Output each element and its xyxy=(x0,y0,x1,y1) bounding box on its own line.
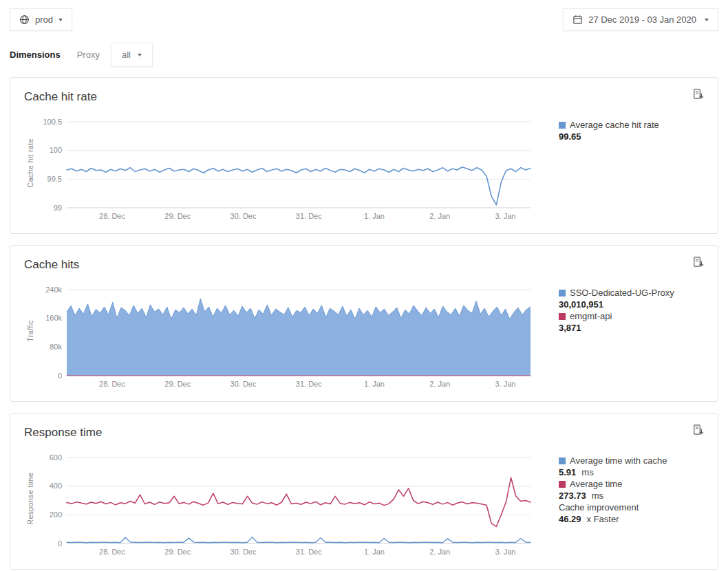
legend-swatch-icon xyxy=(559,457,566,464)
y-tick-label: 240k xyxy=(45,286,62,294)
chevron-down-icon xyxy=(138,54,142,56)
x-tick-label: 31. Dec xyxy=(296,548,322,556)
chart-legend: SSO-Dedicated-UG-Proxy30,010,951emgmt-ap… xyxy=(559,286,674,390)
x-tick-label: 31. Dec xyxy=(296,212,322,220)
download-report-icon xyxy=(692,88,705,101)
legend-value: 5.91ms xyxy=(559,466,667,478)
legend-label-row: Cache improvement xyxy=(559,502,667,513)
legend-label-row: Average time with cache xyxy=(559,455,667,466)
legend-label-row: Average cache hit rate xyxy=(559,119,659,131)
card-title: Response time xyxy=(24,424,704,441)
card-cache-hit-rate: Cache hit rate Cache hit rate 9999.51001… xyxy=(10,77,718,234)
export-report-button[interactable] xyxy=(689,254,707,271)
legend-unit: ms xyxy=(592,491,603,501)
y-tick-label: 400 xyxy=(50,482,62,490)
x-tick-label: 1. Jan xyxy=(364,380,385,388)
response-time-chart: 020040060028. Dec29. Dec30. Dec31. Dec1.… xyxy=(36,453,549,558)
series-line xyxy=(67,537,531,543)
series-line xyxy=(67,167,531,205)
export-report-button[interactable] xyxy=(689,422,707,439)
download-report-icon xyxy=(692,256,705,269)
legend-label-row: SSO-Dedicated-UG-Proxy xyxy=(559,287,674,299)
cache-hit-rate-chart: 9999.5100100.528. Dec29. Dec30. Dec31. D… xyxy=(36,118,549,222)
x-tick-label: 31. Dec xyxy=(296,380,322,388)
calendar-icon xyxy=(572,14,583,25)
x-tick-label: 29. Dec xyxy=(164,548,191,556)
chevron-down-icon xyxy=(58,19,63,21)
legend-value: 99.65 xyxy=(559,131,659,142)
x-tick-label: 3. Jan xyxy=(495,548,515,556)
environment-selector[interactable]: prod xyxy=(10,8,72,31)
y-tick-label: 100 xyxy=(50,146,62,154)
x-tick-label: 29. Dec xyxy=(164,212,191,220)
date-range-picker[interactable]: 27 Dec 2019 - 03 Jan 2020 xyxy=(563,8,718,31)
legend-label: emgmt-api xyxy=(570,311,612,321)
chevron-down-icon xyxy=(705,19,709,21)
chart-legend: Average time with cache5.91msAverage tim… xyxy=(559,453,667,558)
chart-svg: 020040060028. Dec29. Dec30. Dec31. Dec1.… xyxy=(36,453,549,558)
legend-value: 273.73ms xyxy=(559,490,667,502)
x-tick-label: 30. Dec xyxy=(231,212,257,220)
x-tick-label: 1. Jan xyxy=(364,212,385,220)
x-tick-label: 29. Dec xyxy=(164,380,191,388)
dimensions-bar: Dimensions Proxy all xyxy=(0,31,728,77)
chart-svg: 9999.5100100.528. Dec29. Dec30. Dec31. D… xyxy=(36,118,549,222)
x-tick-label: 3. Jan xyxy=(495,380,515,388)
series-line xyxy=(67,477,531,526)
environment-label: prod xyxy=(35,14,53,25)
x-tick-label: 28. Dec xyxy=(99,380,125,388)
legend-unit: ms xyxy=(581,467,593,477)
cache-hits-chart: 080k160k240k28. Dec29. Dec30. Dec31. Dec… xyxy=(36,286,549,390)
export-report-button[interactable] xyxy=(689,86,707,103)
analytics-dashboard: prod 27 Dec 2019 - 03 Jan 2020 Dimension… xyxy=(0,0,728,570)
proxy-filter-value: all xyxy=(122,50,131,60)
x-tick-label: 3. Jan xyxy=(495,212,515,220)
date-range-label: 27 Dec 2019 - 03 Jan 2020 xyxy=(588,14,696,25)
y-axis-title: Traffic xyxy=(24,286,36,376)
x-tick-label: 28. Dec xyxy=(99,212,125,220)
y-tick-label: 99 xyxy=(54,204,62,212)
legend-swatch-icon xyxy=(559,290,566,297)
card-title: Cache hits xyxy=(24,257,704,273)
x-tick-label: 2. Jan xyxy=(429,548,450,556)
y-tick-label: 99.5 xyxy=(47,175,62,183)
legend-label-row: Average time xyxy=(559,478,667,490)
x-tick-label: 28. Dec xyxy=(99,548,125,556)
legend-label: Average cache hit rate xyxy=(570,120,659,130)
legend-swatch-icon xyxy=(559,313,566,320)
x-tick-label: 2. Jan xyxy=(429,212,450,220)
dimension-proxy-label: Proxy xyxy=(77,50,100,60)
download-report-icon xyxy=(692,424,705,437)
card-cache-hits: Cache hits Traffic 080k160k240k28. Dec29… xyxy=(10,245,718,402)
chart-legend: Average cache hit rate99.65 xyxy=(559,118,659,222)
chart-area: Cache hit rate 9999.5100100.528. Dec29. … xyxy=(24,118,704,222)
legend-label: Cache improvement xyxy=(559,502,639,513)
chart-svg: 080k160k240k28. Dec29. Dec30. Dec31. Dec… xyxy=(36,286,549,390)
x-tick-label: 30. Dec xyxy=(231,380,257,388)
proxy-filter-select[interactable]: all xyxy=(111,43,153,67)
x-tick-label: 30. Dec xyxy=(231,548,257,556)
chart-area: Traffic 080k160k240k28. Dec29. Dec30. De… xyxy=(24,286,704,390)
y-tick-label: 160k xyxy=(45,314,62,322)
y-axis-title: Response time xyxy=(24,453,36,543)
y-tick-label: 600 xyxy=(50,453,62,462)
y-axis-title: Cache hit rate xyxy=(24,118,36,208)
y-tick-label: 80k xyxy=(50,343,62,351)
x-tick-label: 1. Jan xyxy=(364,548,385,556)
legend-swatch-icon xyxy=(559,481,566,488)
y-tick-label: 0 xyxy=(58,539,62,548)
y-tick-label: 100.5 xyxy=(43,118,62,126)
globe-icon xyxy=(19,14,30,25)
legend-value: 3,871 xyxy=(559,322,674,334)
legend-label-row: emgmt-api xyxy=(559,310,674,322)
y-tick-label: 0 xyxy=(58,371,62,380)
legend-swatch-icon xyxy=(559,122,566,129)
legend-label: SSO-Dedicated-UG-Proxy xyxy=(570,288,674,298)
card-title: Cache hit rate xyxy=(24,89,704,105)
legend-label: Average time xyxy=(570,479,622,489)
legend-value: 46.29x Faster xyxy=(559,513,667,525)
legend-label: Average time with cache xyxy=(570,455,667,466)
card-response-time: Response time Response time 020040060028… xyxy=(10,413,718,570)
y-tick-label: 200 xyxy=(50,510,62,519)
x-tick-label: 2. Jan xyxy=(429,380,450,388)
